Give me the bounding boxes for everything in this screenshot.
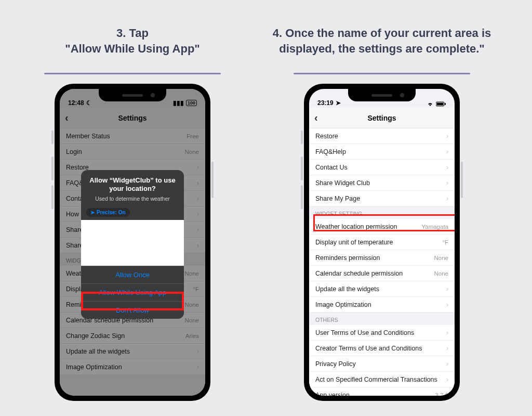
settings-row[interactable]: Member StatusFree: [60, 128, 205, 144]
chevron-right-icon: ›: [197, 195, 199, 202]
signal-icon: ▮▮▮: [173, 99, 184, 107]
settings-row[interactable]: Share Widget Club›: [309, 175, 455, 191]
row-value: ›: [197, 242, 199, 249]
side-button: [51, 185, 54, 209]
settings-row[interactable]: Act on Specified Commercial Transactions…: [309, 372, 455, 387]
back-icon[interactable]: ‹: [314, 112, 318, 124]
settings-row[interactable]: Creator Terms of Use and Conditions›: [309, 341, 455, 356]
svg-rect-1: [437, 103, 444, 106]
row-label: User Terms of Use and Conditions: [315, 329, 414, 336]
allow-while-using-button[interactable]: Allow While Using App: [81, 283, 184, 301]
row-value: None: [434, 255, 449, 261]
battery-icon: 100: [186, 100, 197, 106]
row-value: Aries: [185, 333, 199, 339]
row-value: ›: [446, 301, 448, 308]
chevron-right-icon: ›: [197, 242, 199, 249]
settings-row[interactable]: User Terms of Use and Conditions›: [309, 325, 455, 341]
svg-rect-2: [445, 103, 446, 105]
row-label: Act on Specified Commercial Transactions: [315, 376, 437, 383]
settings-row[interactable]: Reminders permissionNone: [309, 250, 455, 266]
back-icon[interactable]: ‹: [65, 112, 69, 124]
settings-row[interactable]: Display unit of temperature°F: [309, 235, 455, 250]
settings-row[interactable]: Calendar schedule permissionNone: [309, 266, 455, 281]
wifi-icon: [427, 101, 434, 107]
row-value: °F: [193, 286, 199, 292]
settings-row[interactable]: Contact Us›: [309, 160, 455, 175]
settings-row[interactable]: Image Optimization›: [309, 297, 455, 313]
side-button: [301, 157, 303, 180]
status-time: 12:48: [68, 99, 84, 107]
row-value: ›: [197, 348, 199, 355]
row-label: How: [66, 211, 79, 218]
settings-row[interactable]: Privacy Policy›: [309, 356, 455, 372]
row-value: ›: [197, 226, 199, 233]
chevron-right-icon: ›: [197, 164, 199, 171]
row-label: Privacy Policy: [315, 360, 356, 368]
phone-screen: 12:48 ☾ ▮▮▮ 100 ‹ Settings Member Status…: [60, 89, 205, 396]
settings-row[interactable]: Share My Page›: [309, 191, 455, 206]
settings-row[interactable]: Change Zodiac SignAries: [60, 328, 205, 344]
row-value: ›: [446, 360, 448, 368]
row-label: Login: [66, 148, 82, 155]
chevron-right-icon: ›: [446, 164, 448, 171]
row-value: ›: [197, 164, 199, 171]
nav-bar: ‹ Settings: [309, 108, 455, 128]
chevron-right-icon: ›: [446, 376, 448, 383]
alert-subtitle: Used to determine the weather: [88, 196, 177, 202]
step-3-caption: 3. Tap "Allow While Using App": [10, 0, 255, 73]
allow-once-button[interactable]: Allow Once: [81, 266, 184, 283]
row-label: Restore: [315, 133, 338, 140]
row-value: ›: [446, 179, 448, 187]
status-time: 23:19: [317, 99, 334, 107]
row-value: ›: [446, 345, 448, 352]
row-value: Yamagata: [421, 224, 448, 230]
map-preview: [81, 220, 184, 266]
phone-mockup-right: 23:19 ➤ ‹ Settings Restore›FAQ&Help›Cont…: [304, 84, 460, 401]
settings-row[interactable]: FAQ&Help›: [309, 144, 455, 160]
phone-screen: 23:19 ➤ ‹ Settings Restore›FAQ&Help›Cont…: [309, 89, 455, 396]
phone-mockup-left: 12:48 ☾ ▮▮▮ 100 ‹ Settings Member Status…: [55, 84, 210, 401]
nav-bar: ‹ Settings: [60, 108, 205, 128]
notch: [348, 89, 416, 101]
chevron-right-icon: ›: [446, 360, 448, 368]
divider: [44, 73, 221, 74]
location-arrow-icon: ➤: [336, 99, 341, 107]
chevron-right-icon: ›: [446, 179, 448, 187]
row-value: Free: [187, 133, 199, 139]
row-label: Share My Page: [315, 195, 360, 202]
precise-badge[interactable]: ➤ Precise: On: [86, 208, 130, 217]
chevron-right-icon: ›: [446, 195, 448, 202]
settings-row[interactable]: Restore›: [309, 128, 455, 144]
chevron-right-icon: ›: [197, 211, 199, 218]
settings-row[interactable]: Weather location permissionYamagata: [309, 219, 455, 235]
chevron-right-icon: ›: [197, 226, 199, 233]
section-header: OTHERS: [309, 313, 455, 325]
row-value: ›: [197, 363, 199, 371]
side-button: [51, 131, 54, 144]
row-label: Change Zodiac Sign: [66, 332, 125, 340]
settings-list: Restore›FAQ&Help›Contact Us›Share Widget…: [309, 128, 455, 396]
chevron-right-icon: ›: [446, 345, 448, 352]
row-label: Update all the widgets: [66, 348, 130, 355]
side-button: [211, 162, 214, 198]
settings-row[interactable]: App version3.7.0: [309, 387, 455, 396]
dont-allow-button[interactable]: Don't Allow: [81, 301, 184, 319]
row-label: Image Optimization: [315, 301, 371, 308]
row-label: Reminders permission: [315, 254, 380, 262]
row-label: Update all the widgets: [315, 285, 379, 293]
row-value: ›: [446, 285, 448, 293]
row-value: ›: [446, 195, 448, 202]
chevron-right-icon: ›: [446, 301, 448, 308]
settings-row[interactable]: Update all the widgets›: [60, 344, 205, 359]
settings-row[interactable]: Image Optimization›: [60, 359, 205, 375]
chevron-right-icon: ›: [446, 285, 448, 293]
settings-row[interactable]: LoginNone: [60, 144, 205, 160]
settings-row[interactable]: Update all the widgets›: [309, 281, 455, 297]
row-label: Share Widget Club: [315, 179, 370, 187]
step-3-panel: 3. Tap "Allow While Using App" 12:48 ☾ ▮…: [10, 0, 255, 401]
chevron-right-icon: ›: [197, 363, 199, 371]
step-4-caption: 4. Once the name of your current area is…: [260, 0, 504, 73]
row-label: Creator Terms of Use and Conditions: [315, 345, 422, 352]
chevron-right-icon: ›: [446, 133, 448, 140]
chevron-right-icon: ›: [446, 329, 448, 336]
